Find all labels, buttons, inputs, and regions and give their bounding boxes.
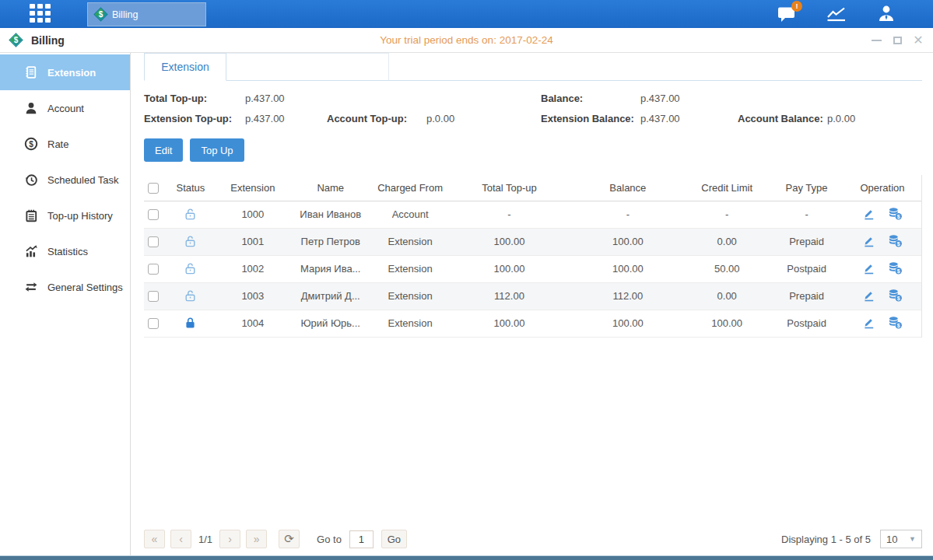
- sidebar-item-label: Statistics: [47, 246, 88, 257]
- edit-row-icon[interactable]: [862, 289, 875, 304]
- close-icon[interactable]: ✕: [913, 35, 924, 46]
- tab-bar: Extension: [144, 53, 922, 81]
- tab-extension[interactable]: Extension: [144, 53, 226, 81]
- sidebar-item-general-settings[interactable]: General Settings: [0, 269, 130, 305]
- cell-extension: 1000: [218, 201, 288, 228]
- topup-row-icon[interactable]: $: [888, 261, 903, 277]
- cell-name: Петр Петров: [288, 228, 374, 255]
- window-titlebar: $ Billing Your trial period ends on: 201…: [0, 28, 933, 53]
- taskbar-right-icons: !: [776, 0, 897, 28]
- row-checkbox[interactable]: [148, 209, 159, 220]
- sidebar-item-extension[interactable]: Extension: [0, 54, 130, 90]
- table-row[interactable]: 1000 Иван Иванов Account - - - -: [144, 201, 921, 228]
- account-balance-label: Account Balance:: [738, 113, 827, 124]
- taskbar-billing-tab[interactable]: $ Billing: [87, 2, 206, 26]
- growth-chart-icon: [24, 244, 38, 258]
- main-content: Extension Total Top-up: p.437.00 Balance…: [131, 53, 933, 555]
- first-page-icon[interactable]: «: [144, 530, 165, 548]
- cell-name: Иван Иванов: [288, 201, 374, 228]
- last-page-icon[interactable]: »: [246, 530, 267, 548]
- select-all-checkbox[interactable]: [148, 183, 159, 194]
- cell-balance: 100.00: [571, 255, 684, 282]
- cell-total-topup: 100.00: [447, 310, 572, 337]
- cell-balance: -: [571, 201, 684, 228]
- cell-name: Мария Ива...: [288, 255, 374, 282]
- table-header-row: Status Extension Name Charged From Total…: [144, 175, 921, 201]
- cell-pay-type: -: [770, 201, 844, 228]
- column-header-credit-limit[interactable]: Credit Limit: [684, 175, 770, 201]
- goto-label: Go to: [317, 534, 342, 545]
- row-checkbox[interactable]: [148, 264, 159, 275]
- sidebar-item-account[interactable]: Account: [0, 90, 130, 126]
- row-checkbox[interactable]: [148, 318, 159, 329]
- maximize-icon[interactable]: [892, 35, 903, 46]
- page-size-value: 10: [886, 534, 897, 545]
- cell-extension: 1004: [218, 310, 288, 337]
- tab-label: Extension: [161, 61, 209, 73]
- column-header-charged-from[interactable]: Charged From: [374, 175, 447, 201]
- svg-text:$: $: [897, 322, 900, 328]
- dollar-circle-icon: $: [24, 137, 38, 151]
- edit-row-icon[interactable]: [862, 207, 875, 222]
- app-launcher-grid-icon[interactable]: [30, 4, 52, 24]
- cell-credit-limit: 0.00: [684, 282, 770, 310]
- sidebar-item-statistics[interactable]: Statistics: [0, 233, 130, 269]
- sidebar-item-topup-history[interactable]: Top-up History: [0, 198, 130, 233]
- person-icon: [24, 101, 38, 115]
- table-row[interactable]: 1004 Юрий Юрь... Extension 100.00 100.00…: [144, 310, 921, 337]
- prev-page-icon[interactable]: ‹: [170, 530, 191, 548]
- cell-name: Юрий Юрь...: [288, 310, 374, 337]
- sidebar-item-rate[interactable]: $ Rate: [0, 126, 130, 162]
- topup-row-icon[interactable]: $: [888, 316, 903, 331]
- topup-button[interactable]: Top Up: [190, 138, 244, 162]
- next-page-icon[interactable]: ›: [219, 530, 240, 548]
- transfer-arrows-icon: [24, 280, 38, 294]
- sidebar-item-scheduled-task[interactable]: Scheduled Task: [0, 162, 130, 198]
- cell-total-topup: -: [447, 201, 572, 228]
- account-topup-label: Account Top-up:: [327, 113, 426, 124]
- action-buttons: Edit Top Up: [144, 138, 922, 162]
- column-header-status[interactable]: Status: [163, 175, 218, 201]
- topup-row-icon[interactable]: $: [888, 234, 903, 250]
- user-account-icon[interactable]: [875, 4, 897, 24]
- column-header-balance[interactable]: Balance: [571, 175, 684, 201]
- edit-row-icon[interactable]: [862, 261, 875, 277]
- cell-total-topup: 100.00: [447, 228, 572, 255]
- column-header-extension[interactable]: Extension: [218, 175, 288, 201]
- ledger-icon: [24, 65, 38, 79]
- account-balance-value: p.0.00: [827, 113, 922, 124]
- topup-row-icon[interactable]: $: [888, 289, 903, 304]
- row-checkbox[interactable]: [148, 291, 159, 302]
- trial-notice: Your trial period ends on: 2017-02-24: [0, 34, 933, 46]
- column-header-pay-type[interactable]: Pay Type: [770, 175, 844, 201]
- statistics-monitor-icon[interactable]: [826, 4, 847, 24]
- cell-pay-type: Postpaid: [770, 255, 844, 282]
- column-header-name[interactable]: Name: [288, 175, 374, 201]
- edit-row-icon[interactable]: [862, 234, 875, 250]
- cell-extension: 1001: [218, 228, 288, 255]
- goto-page-input[interactable]: [349, 530, 374, 548]
- cell-credit-limit: 50.00: [684, 255, 770, 282]
- column-header-operation[interactable]: Operation: [844, 175, 921, 201]
- messages-icon[interactable]: !: [776, 4, 798, 24]
- table-row[interactable]: 1003 Дмитрий Д... Extension 112.00 112.0…: [144, 282, 921, 310]
- edit-row-icon[interactable]: [862, 316, 875, 331]
- sidebar-item-label: Extension: [47, 67, 96, 79]
- table-row[interactable]: 1001 Петр Петров Extension 100.00 100.00…: [144, 228, 921, 255]
- billing-app-window: $ Billing !: [0, 0, 933, 560]
- go-button[interactable]: Go: [381, 530, 407, 548]
- column-header-total-topup[interactable]: Total Top-up: [447, 175, 572, 201]
- minimize-icon[interactable]: [871, 35, 882, 46]
- page-size-select[interactable]: 10 ▼: [880, 530, 922, 548]
- table-row[interactable]: 1002 Мария Ива... Extension 100.00 100.0…: [144, 255, 921, 282]
- refresh-icon[interactable]: ⟳: [279, 530, 300, 548]
- cell-pay-type: Postpaid: [770, 310, 844, 337]
- topup-row-icon[interactable]: $: [888, 207, 903, 222]
- select-all-header[interactable]: [144, 175, 163, 201]
- taskbar: $ Billing !: [0, 0, 933, 28]
- billing-diamond-icon: $: [9, 33, 23, 47]
- cell-balance: 100.00: [571, 228, 684, 255]
- edit-button[interactable]: Edit: [144, 138, 183, 162]
- window-controls: ✕: [871, 28, 924, 52]
- row-checkbox[interactable]: [148, 236, 159, 247]
